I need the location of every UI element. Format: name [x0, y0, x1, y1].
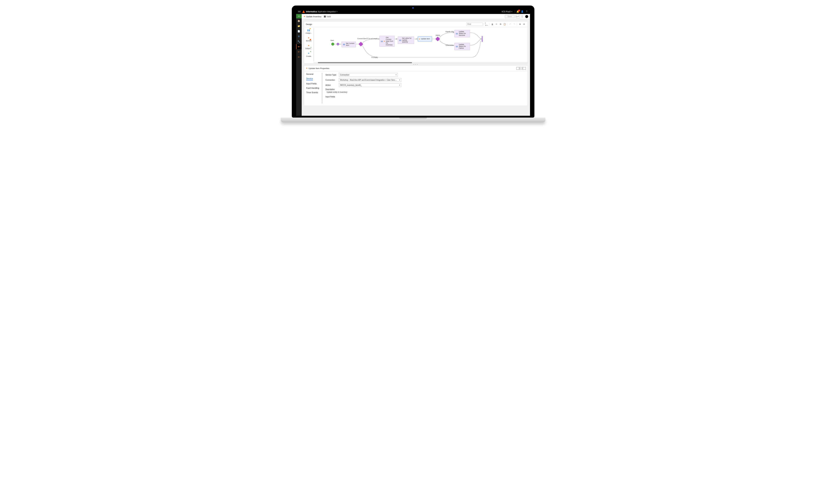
informatica-logo-icon [302, 10, 305, 13]
service-icon: ✦ [306, 67, 307, 69]
chevron-down-icon[interactable]: ▾ [337, 11, 337, 12]
connection-label: Connection: [326, 79, 339, 81]
zoom-in-icon[interactable]: ⊕ [519, 22, 522, 26]
service-type-select[interactable]: Connection [339, 73, 398, 77]
brand-name: Informatica [306, 10, 317, 13]
assign-icon: ▮▮ [307, 28, 311, 32]
design-panel: Design |⟵ 🗑 ✂ ⧉ 📋 [304, 21, 528, 64]
action-value: PATCH_inventory_itemID_ [340, 84, 362, 86]
layout-full-button[interactable] [523, 67, 526, 70]
start-node[interactable] [331, 43, 334, 46]
palette-assign[interactable]: ▮▮ Assign... [305, 28, 312, 34]
action-label: Action: [326, 84, 339, 86]
notifications-button[interactable]: 🔔 1 [516, 10, 519, 13]
paste-icon: 📋 [503, 22, 506, 26]
assign-icon: ▮▮ [381, 41, 383, 42]
layout-single-button[interactable] [516, 67, 519, 70]
cut-icon[interactable]: ✂ [495, 22, 498, 26]
undo-icon[interactable]: ↶ [509, 22, 512, 26]
branch-not-empty-label: Is not empty [369, 38, 378, 40]
go-start-icon[interactable]: |⟵ [485, 22, 488, 26]
palette-create[interactable]: ✦ Create [306, 51, 311, 57]
tab-general[interactable]: General [306, 73, 320, 75]
rail-process-active[interactable]: ✦• [296, 44, 302, 49]
end-node[interactable] [482, 36, 483, 42]
assign-icon: ▮▮ [456, 46, 458, 47]
rail-tools[interactable]: 🔧 [296, 39, 302, 44]
service-type-label: Service Type: [326, 74, 339, 76]
assign-icon: ▮▮ [456, 33, 458, 34]
node-label: Update Status for Failure [459, 44, 469, 49]
palette: ▮▮ Assign... ✦ Service ✦ [304, 27, 314, 63]
timer-icon[interactable]: ◷ [337, 43, 339, 45]
copy-icon[interactable]: ⧉ [499, 22, 502, 26]
node-get-current-state[interactable]: ▮▮ ✦ Get Current state from the inventor… [379, 36, 395, 47]
palette-subprocess[interactable]: ✦ Subpro... [305, 44, 312, 49]
rail-process-2[interactable]: ✦• [296, 49, 302, 54]
connection-select[interactable]: Workshop - Real-time API and Event-based… [339, 78, 401, 82]
node-update-status-failure[interactable]: ▮▮ Update Status for Failure [455, 43, 470, 50]
node-label: Get Current state from the inventory [386, 37, 393, 46]
node-label: Set value for update quantity [402, 38, 413, 43]
run-button[interactable]: ▷✓ [516, 15, 520, 18]
notification-badge: 1 [518, 10, 520, 12]
new-button[interactable]: ＋ [296, 14, 302, 18]
rail-process-3[interactable]: ✦• [296, 54, 302, 60]
rail-document[interactable]: 🗎 [296, 34, 302, 39]
laptop-base [281, 118, 545, 122]
org-switcher[interactable]: IICS iPaaS ▾ [500, 11, 513, 13]
service-icon: ✦ [384, 40, 385, 42]
tab-input-fields[interactable]: Input Fields [306, 82, 320, 85]
node-set-value-update[interactable]: ▮▮ Set value for update quantity [398, 37, 414, 44]
help-button[interactable]: ? [525, 10, 528, 13]
process-icon: ✦ [303, 15, 305, 18]
rail-import[interactable]: 📄 [296, 29, 302, 34]
node-update-item[interactable]: ✦ Update Item [418, 37, 432, 41]
webcam [412, 7, 414, 9]
panel-resize-handle[interactable]: • • • [304, 64, 528, 65]
palette-service[interactable]: ✦ Service [306, 36, 311, 42]
arrow-icon: ▸ [415, 38, 416, 40]
tab-timer-events[interactable]: Timer Events [306, 91, 320, 93]
tab-fault-handling[interactable]: Fault Handling [306, 87, 320, 89]
zoom-out-icon[interactable]: ⊖ [523, 22, 526, 26]
start-label: Start [331, 40, 334, 41]
rail-explore[interactable]: 📁 [296, 23, 302, 29]
service-icon: ✦ [307, 36, 311, 40]
save-button[interactable]: Save [505, 15, 515, 18]
branch-equals-label: Equals 204 [446, 31, 454, 33]
user-button[interactable]: 👤 [521, 10, 524, 13]
left-rail: ＋ 🏠 📁 📄 🗎 🔧 ✦• ✦• ✦• [296, 14, 302, 116]
topbar: Informatica Application Integration ▾ II… [296, 9, 530, 14]
flow-canvas[interactable]: Start Current Item?? Is not empty Is emp… [314, 27, 528, 63]
assign-icon: ▮▮ [399, 40, 401, 41]
branch-empty-label: Is empty [371, 56, 378, 58]
product-name[interactable]: Application Integration [318, 11, 336, 13]
description-heading: Description [326, 88, 401, 90]
page-title: Update Inventory [306, 15, 321, 18]
rail-home[interactable]: 🏠 [296, 18, 302, 23]
decision-label: Current Item?? [357, 38, 366, 40]
horizontal-scrollbar[interactable] [314, 62, 528, 63]
delete-icon[interactable]: 🗑 [491, 22, 494, 26]
avatar[interactable] [525, 15, 528, 18]
assign-icon: ▮▮ [343, 44, 345, 45]
layout-split-h-button[interactable] [520, 67, 523, 70]
more-actions-button[interactable]: ⋮ [521, 15, 524, 18]
action-select[interactable]: PATCH_inventory_itemID_ [339, 83, 401, 87]
redo-icon[interactable]: ↷ [513, 22, 516, 26]
node-update-status-success[interactable]: ▮▮ Update Status for Success [455, 30, 470, 37]
connection-value: Workshop - Real-time API and Event-based… [340, 79, 397, 81]
design-panel-title: Design [306, 23, 312, 25]
find-input[interactable] [466, 22, 483, 26]
palette-label: Assign... [305, 32, 312, 34]
menu-button[interactable] [298, 11, 301, 12]
screen: Informatica Application Integration ▾ II… [296, 9, 530, 116]
branch-otherwise-label: Otherwise [446, 44, 453, 46]
tab-service[interactable]: Service [306, 77, 313, 80]
org-name: IICS iPaaS [502, 11, 511, 13]
node-set-current-item[interactable]: ▮▮ Set Current Item [342, 42, 356, 47]
subprocess-icon: ✦ [307, 44, 311, 48]
properties-title: Update Item Properties [309, 67, 330, 69]
description-text: Update entity in inventory [326, 90, 401, 94]
